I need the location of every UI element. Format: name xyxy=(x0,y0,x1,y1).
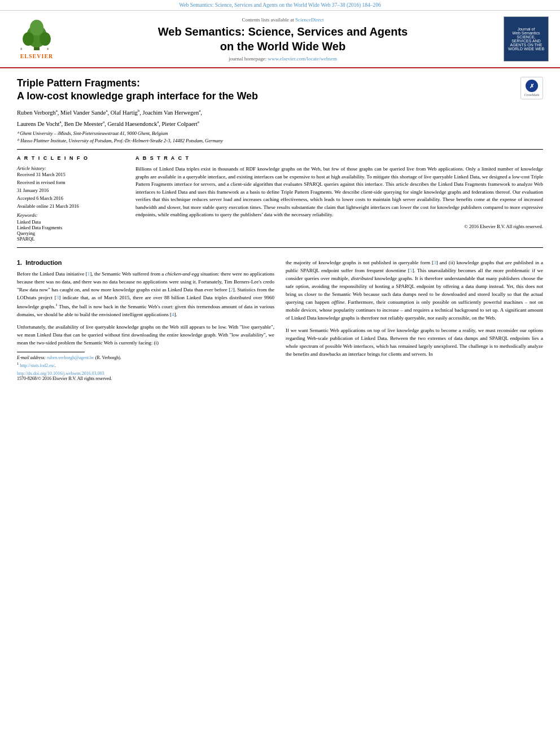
body-content: 1. Introduction Before the Linked Data i… xyxy=(17,259,543,381)
journal-homepage-line: journal homepage: www.elsevier.com/locat… xyxy=(68,56,498,62)
paper-title-block: Triple Pattern Fragments: A low-cost kno… xyxy=(17,77,258,108)
ref-5[interactable]: 5 xyxy=(410,268,413,273)
ref-3-r[interactable]: 3 xyxy=(434,260,436,265)
doi-line[interactable]: http://dx.doi.org/10.1016/j.websem.2016.… xyxy=(17,371,274,376)
ref-3[interactable]: 3 xyxy=(56,295,59,300)
journal-logo-box: Journal of Web Semantics SCIENCE, SERVIC… xyxy=(504,16,549,62)
contents-available-line: Contents lists available at ScienceDirec… xyxy=(68,17,498,23)
journal-citation-text: Web Semantics: Science, Services and Age… xyxy=(179,2,381,8)
keywords-label: Keywords: xyxy=(17,212,124,218)
elsevier-logo: ⚘ ⚘ ELSEVIER xyxy=(11,19,62,59)
svg-text:⚘: ⚘ xyxy=(46,47,49,51)
affiliation-a: ᵃ Ghent University – iMinds, Sint-Pieter… xyxy=(17,130,543,136)
affiliation-b: ᵇ Hasso Plattner Institute, University o… xyxy=(17,138,543,143)
issn-line: 1570-8268/© 2016 Elsevier B.V. All right… xyxy=(17,376,274,381)
footnote-email: E-mail address: ruben.verborgh@ugent.be … xyxy=(17,355,274,361)
keyword-3: Querying xyxy=(17,230,124,236)
crossmark-badge[interactable]: ✗ CrossMark xyxy=(520,77,543,99)
revised-date: 31 January 2016 xyxy=(17,187,124,193)
article-history-label: Article history: xyxy=(17,165,124,171)
ref-2[interactable]: 2 xyxy=(230,287,233,292)
right-para-2: If we want Semantic Web applications on … xyxy=(286,327,543,359)
copyright-line: © 2016 Elsevier B.V. All rights reserved… xyxy=(135,224,543,229)
keyword-1: Linked Data xyxy=(17,219,124,225)
article-info-title: A R T I C L E I N F O xyxy=(17,155,124,161)
intro-para-1: Before the Linked Data initiative [1], t… xyxy=(17,270,274,319)
intro-heading: 1. Introduction xyxy=(17,259,274,266)
footnote-1: 1 http://stats.lod2.eu/. xyxy=(17,361,274,369)
paper-title: Triple Pattern Fragments: A low-cost kno… xyxy=(17,77,258,103)
elsevier-tree-icon: ⚘ ⚘ xyxy=(17,19,56,53)
sciencedirect-link[interactable]: ScienceDirect xyxy=(295,17,323,23)
email-link[interactable]: ruben.verborgh@ugent.be xyxy=(47,355,94,360)
svg-point-4 xyxy=(30,20,43,36)
article-info-abstract-row: A R T I C L E I N F O Article history: R… xyxy=(17,155,543,242)
revised-label: Received in revised form xyxy=(17,180,124,185)
intro-para-2: Unfortunately, the availability of live … xyxy=(17,324,274,347)
article-info-panel: A R T I C L E I N F O Article history: R… xyxy=(17,155,124,242)
authors-line-1: Ruben Verborgha, Miel Vander Sandea, Ola… xyxy=(17,108,543,117)
journal-homepage-link[interactable]: www.elsevier.com/locate/websem xyxy=(268,56,337,62)
crossmark-icon: ✗ xyxy=(526,80,538,92)
received-date: Received 31 March 2015 xyxy=(17,172,124,177)
elsevier-wordmark: ELSEVIER xyxy=(20,53,54,59)
ref-1[interactable]: 1 xyxy=(88,271,90,277)
svg-point-2 xyxy=(23,32,34,46)
body-left-col: 1. Introduction Before the Linked Data i… xyxy=(17,259,274,381)
section-divider-2 xyxy=(17,247,543,248)
available-date: Available online 21 March 2016 xyxy=(17,203,124,209)
svg-point-3 xyxy=(40,32,51,46)
accepted-date: Accepted 6 March 2016 xyxy=(17,195,124,201)
abstract-panel: A B S T R A C T Billions of Linked Data … xyxy=(135,155,543,242)
footnote-divider xyxy=(17,352,85,352)
title-crossmark-row: Triple Pattern Fragments: A low-cost kno… xyxy=(17,77,543,108)
authors-line-2: Laurens De Vochta, Ben De Meestera, Gera… xyxy=(17,119,543,128)
keyword-4: SPARQL xyxy=(17,236,124,242)
main-content: Triple Pattern Fragments: A low-cost kno… xyxy=(0,68,560,390)
abstract-title: A B S T R A C T xyxy=(135,155,543,161)
journal-title: Web Semantics: Science, Services and Age… xyxy=(68,24,498,54)
journal-citation-bar: Web Semantics: Science, Services and Age… xyxy=(0,0,560,11)
journal-header: ⚘ ⚘ ELSEVIER Contents lists available at… xyxy=(0,11,560,68)
section-divider-1 xyxy=(17,149,543,150)
body-right-col: the majority of knowledge graphs is not … xyxy=(286,259,543,381)
svg-text:⚘: ⚘ xyxy=(20,47,23,51)
right-para-1: the majority of knowledge graphs is not … xyxy=(286,259,543,322)
abstract-text: Billions of Linked Data triples exist in… xyxy=(135,165,543,219)
journal-header-center: Contents lists available at ScienceDirec… xyxy=(68,17,498,62)
ref-4[interactable]: 4 xyxy=(172,312,174,317)
footnote-url[interactable]: http://stats.lod2.eu/ xyxy=(20,363,54,368)
keyword-2: Linked Data Fragments xyxy=(17,225,124,230)
